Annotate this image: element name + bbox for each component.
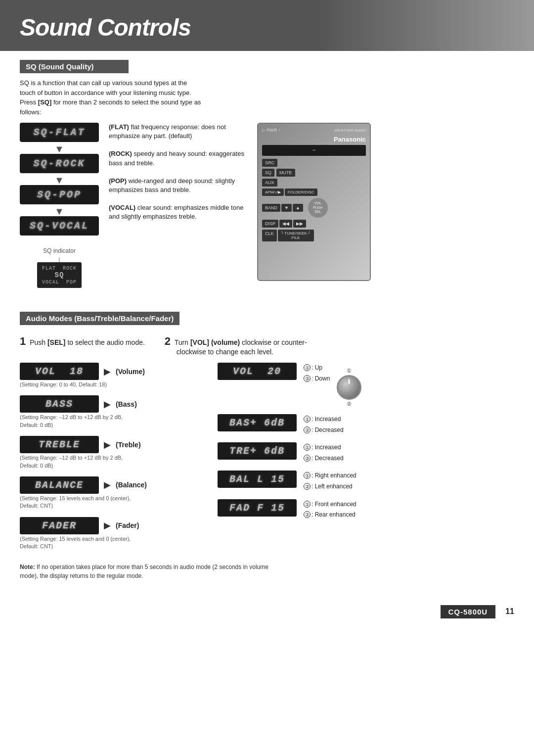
sq-desc-vocal: (VOCAL) clear sound: emphasizes middle t… (109, 203, 247, 221)
device-btn-sq: SQ (262, 169, 274, 177)
page-footer: CQ-5800U 11 (0, 600, 534, 623)
sq-desc-rock: (ROCK) speedy and heavy sound: exaggerat… (109, 149, 247, 167)
sq-intro-line3-post: for more than 2 seconds to select the so… (51, 98, 201, 106)
right-annot-volume: ①: Up ②: Down (304, 363, 330, 384)
audio-label-volume: (Volume) (116, 368, 145, 376)
audio-mode-bass: BASS ▶ (Bass) (Setting Range: –12 dB to … (20, 395, 208, 429)
sq-modes-list: SQ-FLAT ▼ SQ-ROCK ▼ SQ-POP ▼ SQ- (20, 123, 99, 237)
sq-mode-row-vocal: SQ-VOCAL (20, 216, 99, 236)
sq-mode-row-flat: SQ-FLAT (20, 123, 99, 142)
annot-fader-front: ①: Front enhanced (304, 499, 356, 510)
annot-treble-dec: ②: Decreased (304, 453, 344, 464)
device-row4: BAND ▼ ▲ VOLPUSHSEL (262, 198, 366, 218)
arrow-balance: ▶ (104, 479, 111, 490)
knob-label-1: ① (347, 368, 352, 374)
sq-indicator-label: SQ indicator (20, 247, 99, 254)
sq-modes-left: SQ-FLAT ▼ SQ-ROCK ▼ SQ-POP ▼ SQ- (20, 123, 99, 291)
step1-container: 1 Push [SEL] to select the audio mode. (20, 335, 145, 348)
sq-desc-pop: (POP) wide-ranged and deep sound: slight… (109, 177, 247, 194)
device-btn-mute: MUTE (276, 169, 295, 177)
sq-desc-vocal-bold: (VOCAL) (109, 204, 135, 211)
sq-intro-line1: SQ is a function that can call up variou… (20, 79, 187, 87)
step2-text-cont: clockwise to change each level. (177, 348, 273, 356)
device-row6: CLK └ TUNE/SEEK ┘FILE (262, 230, 366, 241)
right-row-balance: BAL L 15 ①: Right enhanced ②: Left enhan… (218, 471, 514, 492)
right-row-fader: FAD F 15 ①: Front enhanced ②: Rear enhan… (218, 499, 514, 520)
device-btn-tune: └ TUNE/SEEK ┘FILE (278, 230, 314, 241)
knob-area: ① ② (337, 363, 361, 407)
annot-bass-dec: ②: Decreased (304, 425, 344, 436)
sq-indicator-arrow-line: | (59, 256, 60, 262)
audio-setting-volume: (Setting Range: 0 to 40, Default: 18) (20, 381, 208, 388)
right-annot-fader: ①: Front enhanced ②: Rear enhanced (304, 499, 356, 520)
device-btn-disp: DISP (262, 220, 278, 228)
right-display-fader: FAD F 15 (218, 499, 297, 517)
circle-1-volume: ① (304, 364, 311, 371)
audio-mode-balance-top: BALANCE ▶ (Balance) (20, 476, 208, 494)
annot-fader-rear: ②: Rear enhanced (304, 510, 356, 520)
audio-mode-bass-top: BASS ▶ (Bass) (20, 395, 208, 413)
step2-text-pre: Turn (175, 338, 190, 346)
sq-indicator-display: FLAT ROCK SQ VOCAL POP (37, 262, 82, 288)
circle-1-balance: ① (304, 472, 311, 479)
right-display-volume: VOL 20 (218, 363, 297, 380)
device-row1: SRC (262, 159, 366, 167)
annot-bass-inc: ①: Increased (304, 414, 344, 425)
knob-label-2: ② (347, 401, 352, 407)
audio-setting-fader: (Setting Range: 15 levels each and 0 (ce… (20, 535, 208, 551)
annot-balance-left: ②: Left enhanced (304, 481, 356, 492)
sq-mode-row-pop: SQ-POP (20, 185, 99, 204)
step2-num: 2 (165, 335, 171, 347)
audio-label-bass: (Bass) (116, 400, 137, 408)
device-weather-label: WEATHER BAND (334, 128, 366, 133)
audio-right-display-volume: VOL 20 (218, 363, 297, 380)
audio-label-treble: (Treble) (116, 441, 141, 449)
page-title: Sound Controls (20, 14, 514, 41)
right-display-balance: BAL L 15 (218, 471, 297, 488)
sq-display-vocal: SQ-VOCAL (20, 216, 99, 236)
circle-1-treble: ① (304, 444, 311, 451)
audio-modes-layout: VOL 18 ▶ (Volume) (Setting Range: 0 to 4… (20, 363, 514, 558)
circle-2-treble: ② (304, 455, 311, 462)
right-row-bass: BAS+ 6dB ①: Increased ②: Decreased (218, 414, 514, 435)
right-annot-treble: ①: Increased ②: Decreased (304, 442, 344, 464)
circle-1-bass: ① (304, 416, 311, 423)
audio-mode-treble-top: TREBLE ▶ (Treble) (20, 436, 208, 453)
page-number: 11 (505, 607, 514, 616)
device-row5: DISP ◀◀ ▶▶ (262, 220, 366, 228)
note-text: Note: If no operation takes place for mo… (20, 563, 277, 580)
sq-intro-sq-bold: [SQ] (38, 98, 51, 106)
device-inner: ▷ PWR ↑ WEATHER BAND Panasonic — SRC SQ … (258, 124, 370, 245)
audio-mode-fader: FADER ▶ (Fader) (Setting Range: 15 level… (20, 517, 208, 551)
device-btn-next: ▶▶ (293, 220, 306, 228)
page-container: Sound Controls SQ (Sound Quality) SQ is … (0, 0, 534, 756)
step1-text-pre: Push (30, 338, 47, 346)
sq-arrow-3: ▼ (20, 206, 99, 216)
note-bold: Note: (20, 564, 35, 570)
audio-mode-fader-top: FADER ▶ (Fader) (20, 517, 208, 534)
circle-2-bass: ② (304, 426, 311, 433)
model-badge: CQ-5800U (441, 605, 496, 618)
arrow-fader: ▶ (104, 520, 111, 531)
sq-intro-line2: touch of button in accordance with your … (20, 89, 191, 96)
right-display-bass: BAS+ 6dB (218, 414, 297, 431)
device-btn-clk: CLK (262, 230, 277, 241)
device-btn-prev: ◀◀ (279, 220, 292, 228)
sq-mode-row-rock: SQ-ROCK (20, 154, 99, 173)
sq-desc-flat-bold: (FLAT) (109, 123, 129, 131)
page-header: Sound Controls (0, 0, 534, 51)
note-content: If no operation takes place for more tha… (20, 564, 268, 579)
right-row-treble: TRE+ 6dB ①: Increased ②: Decreased (218, 442, 514, 464)
sq-layout: SQ-FLAT ▼ SQ-ROCK ▼ SQ-POP ▼ SQ- (20, 123, 514, 291)
sq-indicator-section: SQ indicator | FLAT ROCK SQ VOCAL POP (20, 247, 99, 288)
sq-display-pop: SQ-POP (20, 185, 99, 204)
arrow-bass: ▶ (104, 399, 111, 410)
sq-intro-line3-pre: Press (20, 98, 38, 106)
audio-setting-treble: (Setting Range: –12 dB to +12 dB by 2 dB… (20, 454, 208, 470)
sq-desc-flat: (FLAT) flat frequency response: does not… (109, 123, 247, 141)
device-btn-band: BAND (262, 204, 280, 212)
device-row3: APM/♪/▶ FOLDER/DISC (262, 189, 366, 196)
sq-arrow-2: ▼ (20, 175, 99, 185)
circle-2-fader: ② (304, 511, 311, 518)
device-btn-up: ▲ (293, 204, 303, 212)
